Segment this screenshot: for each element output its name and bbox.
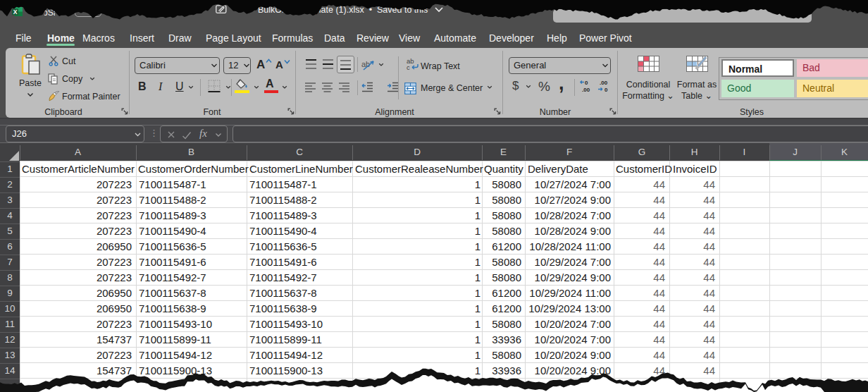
svg-text:0: 0 [585, 80, 588, 86]
svg-text:.00: .00 [582, 87, 590, 93]
svg-text:0: 0 [604, 87, 608, 93]
svg-text:c: c [407, 63, 410, 71]
svg-text:ab: ab [361, 60, 370, 68]
svg-text:.00: .00 [600, 80, 608, 86]
